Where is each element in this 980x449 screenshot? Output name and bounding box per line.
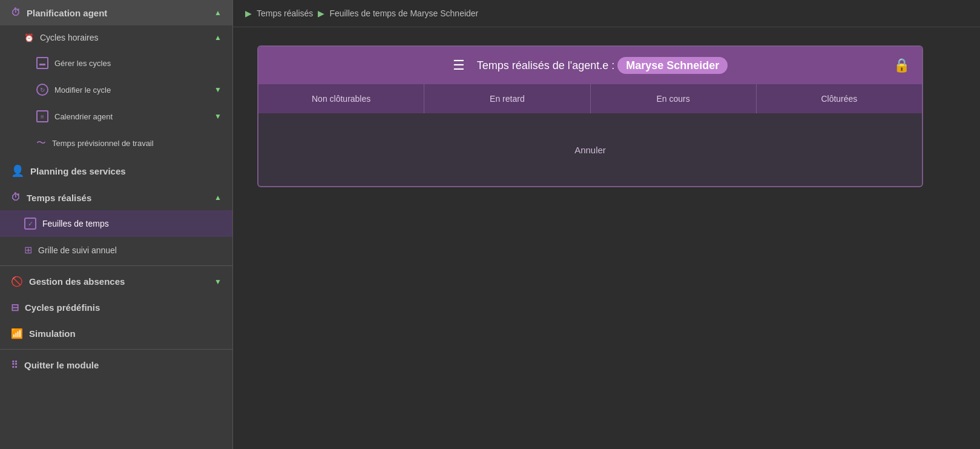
sidebar-item-modifier-cycle[interactable]: ↻ Modifier le cycle ▼ [0, 76, 232, 103]
breadcrumb-arrow-1: ▶ [245, 8, 252, 18]
sidebar-label: Temps prévisionnel de travail [52, 139, 154, 148]
main-content: ▶ Temps réalisés ▶ Feuilles de temps de … [233, 0, 980, 449]
tab-cloturees[interactable]: Clôturées [757, 84, 922, 113]
sidebar-item-quitter-module[interactable]: ⠿ Quitter le module [0, 352, 232, 378]
sidebar-item-planification-agent[interactable]: ⏱ Planification agent ▲ [0, 0, 232, 25]
panel-title-prefix: Temps réalisés de l'agent.e : [477, 59, 615, 72]
chevron-up-icon: ▲ [214, 33, 222, 42]
panel-body: Annuler [258, 113, 922, 186]
circle-arrow-icon: ↻ [36, 84, 48, 96]
sidebar-item-temps-realises[interactable]: ⏱ Temps réalisés ▲ [0, 185, 232, 210]
lock-icon: 🔒 [893, 58, 910, 73]
chevron-down-icon: ▼ [214, 278, 222, 286]
panel-wrapper: ☰ Temps réalisés de l'agent.e : Maryse S… [233, 27, 980, 449]
sidebar-label: Feuilles de temps [42, 219, 109, 228]
sidebar-item-gerer-cycles[interactable]: ▬ Gérer les cycles [0, 50, 232, 76]
sidebar-label: Gestion des absences [29, 276, 125, 287]
hamburger-icon[interactable]: ☰ [453, 58, 465, 73]
rect-icon: ▬ [36, 57, 48, 69]
sidebar-label: Gérer les cycles [54, 59, 111, 68]
main-panel: ☰ Temps réalisés de l'agent.e : Maryse S… [257, 45, 923, 187]
sidebar-label: Planification agent [27, 8, 107, 18]
breadcrumb-arrow-2: ▶ [318, 8, 324, 18]
tab-non-cloturables[interactable]: Non clôturables [258, 84, 424, 113]
chevron-down-icon: ▼ [214, 112, 222, 121]
sidebar-label: Temps réalisés [27, 193, 91, 203]
clock-circle-icon: ⏰ [24, 33, 34, 42]
sidebar-item-grille-suivi[interactable]: ⊞ Grille de suivi annuel [0, 237, 232, 263]
sidebar-item-calendrier-agent[interactable]: ≡ Calendrier agent ▼ [0, 103, 232, 130]
clock2-icon: ⏱ [11, 192, 21, 203]
sidebar: ⏱ Planification agent ▲ ⏰ Cycles horaire… [0, 0, 233, 449]
tab-en-retard[interactable]: En retard [424, 84, 590, 113]
chevron-up-icon: ▲ [214, 8, 222, 17]
sidebar-item-gestion-absences[interactable]: 🚫 Gestion des absences ▼ [0, 268, 232, 294]
sidebar-label: Grille de suivi annuel [38, 245, 117, 255]
sidebar-item-feuilles-temps[interactable]: ✓ Feuilles de temps [0, 210, 232, 237]
wifi-icon: 📶 [11, 328, 23, 339]
breadcrumb: ▶ Temps réalisés ▶ Feuilles de temps de … [233, 0, 980, 27]
sidebar-item-cycles-predefinis[interactable]: ⊟ Cycles prédéfinis [0, 294, 232, 321]
check-icon: ✓ [24, 218, 36, 230]
chevron-down-icon: ▼ [214, 85, 222, 94]
panel-header: ☰ Temps réalisés de l'agent.e : Maryse S… [258, 47, 922, 84]
sidebar-label: Simulation [29, 328, 76, 339]
sidebar-label: Planning des services [30, 166, 126, 176]
sidebar-label: Cycles prédéfinis [25, 302, 100, 313]
sidebar-item-cycles-horaires[interactable]: ⏰ Cycles horaires ▲ [0, 25, 232, 50]
breadcrumb-item-temps-realises[interactable]: Temps réalisés [257, 8, 313, 18]
grid-dots-icon: ⠿ [11, 359, 18, 371]
rect-lines-icon: ≡ [36, 110, 48, 122]
wave-icon: 〜 [36, 137, 46, 150]
sidebar-label: Quitter le module [24, 360, 99, 370]
sidebar-item-planning-services[interactable]: 👤 Planning des services [0, 157, 232, 185]
sidebar-item-temps-previsionnel[interactable]: 〜 Temps prévisionnel de travail [0, 130, 232, 157]
grid-small-icon: ⊟ [11, 302, 19, 313]
person-slash-icon: 🚫 [11, 276, 23, 287]
sidebar-label: Calendrier agent [54, 112, 113, 121]
sidebar-item-simulation[interactable]: 📶 Simulation [0, 321, 232, 347]
grid-icon: ⊞ [24, 244, 32, 256]
breadcrumb-item-feuilles-temps[interactable]: Feuilles de temps de Maryse Schneider [329, 8, 478, 18]
panel-tabs: Non clôturables En retard En cours Clôtu… [258, 84, 922, 113]
person-icon: 👤 [11, 164, 24, 178]
tab-en-cours[interactable]: En cours [591, 84, 757, 113]
clock-icon: ⏱ [11, 7, 21, 18]
panel-title: Temps réalisés de l'agent.e : Maryse Sch… [477, 59, 728, 72]
agent-name-badge: Maryse Schneider [617, 57, 728, 74]
cancel-button[interactable]: Annuler [562, 139, 618, 161]
chevron-up-icon: ▲ [214, 193, 222, 202]
sidebar-label: Cycles horaires [40, 33, 98, 42]
sidebar-label: Modifier le cycle [54, 85, 111, 95]
